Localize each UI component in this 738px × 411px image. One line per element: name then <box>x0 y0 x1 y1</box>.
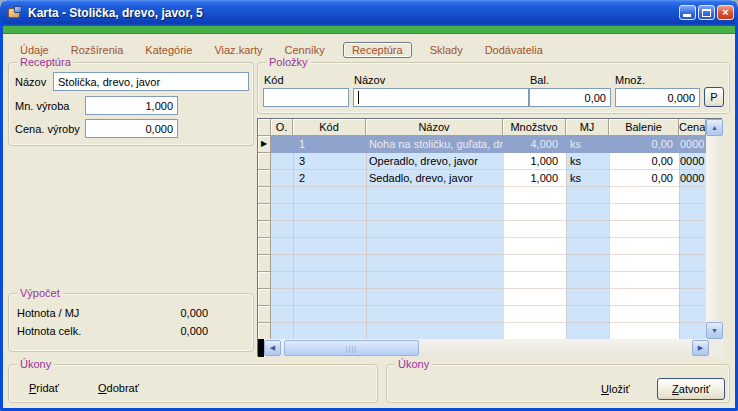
cell-mnozstvo: 1,000 <box>503 153 566 170</box>
col-header-balenie[interactable]: Balenie <box>609 119 679 136</box>
kod-input[interactable] <box>263 88 349 107</box>
cell-mj: ks <box>566 136 609 153</box>
horizontal-scroll-thumb[interactable] <box>284 340 419 356</box>
scroll-right-icon: ▶ <box>698 344 703 352</box>
maximize-button[interactable] <box>698 5 715 20</box>
cell-mnozstvo: 1,000 <box>503 170 566 187</box>
row-indicator-cell[interactable] <box>258 323 271 339</box>
window-border-left <box>0 20 3 411</box>
polozky-nazov-input[interactable] <box>353 88 529 107</box>
odobrat-button[interactable]: Odobrať <box>98 382 139 394</box>
scroll-up-button[interactable]: ▲ <box>706 119 723 136</box>
polozky-legend: Položky <box>266 56 311 69</box>
table-rows: 1 Noha na stoličku, guľata, dr 4,000 ks … <box>271 136 706 339</box>
maximize-icon <box>702 9 711 17</box>
mnoz-input[interactable] <box>615 88 700 107</box>
cell-cena: 0000 <box>679 170 706 187</box>
titlebar[interactable]: Karta - Stolička, drevo, javor, 5 × <box>0 0 738 26</box>
cell-nazov: Sedadlo, drevo, javor <box>366 170 503 187</box>
cell-balenie: 0,00 <box>609 136 679 153</box>
row-indicator-cell[interactable] <box>258 221 271 238</box>
kod-label: Kód <box>264 74 284 86</box>
row-indicator-cell[interactable] <box>258 272 271 289</box>
tab-receptura[interactable]: Receptúra <box>343 42 412 58</box>
table-row[interactable]: 1 Noha na stoličku, guľata, dr 4,000 ks … <box>271 136 706 153</box>
col-header-nazov[interactable]: Názov <box>366 119 503 136</box>
hotnota-celk-label: Hotnota celk. <box>17 325 81 337</box>
text-caret <box>358 91 359 104</box>
row-indicator-cell[interactable] <box>258 153 271 170</box>
cell-mnozstvo: 4,000 <box>503 136 566 153</box>
zatvorit-button[interactable]: Zatvoriť <box>657 378 725 400</box>
p-button[interactable]: P <box>704 87 724 107</box>
vypocet-group: Výpočet Hotnota / MJ 0,000 Hotnota celk.… <box>8 293 254 352</box>
scroll-right-button[interactable]: ▶ <box>692 340 709 356</box>
vertical-scrollbar[interactable]: ▼ <box>706 136 723 339</box>
minimize-icon <box>683 14 691 17</box>
cell-balenie: 0,00 <box>609 170 679 187</box>
scroll-down-icon: ▼ <box>711 327 718 334</box>
ukony-left-group: Úkony Pridať Odobrať <box>8 364 378 403</box>
header-corner <box>258 119 271 136</box>
cell-kod: 3 <box>293 153 366 170</box>
hotnota-celk-value: 0,000 <box>148 325 208 337</box>
row-indicator-column: ▶ <box>258 136 271 339</box>
scroll-up-icon: ▲ <box>711 124 718 131</box>
tab-udaje[interactable]: Údaje <box>16 43 53 57</box>
scroll-left-button[interactable]: ◀ <box>264 340 281 356</box>
cena-vyroby-input[interactable] <box>85 119 178 138</box>
tab-viazkarty[interactable]: Viaz.karty <box>210 43 266 57</box>
accent-bar <box>3 26 735 34</box>
scroll-left-icon: ◀ <box>270 344 275 352</box>
nazov-label: Názov <box>15 76 46 88</box>
nazov-input[interactable] <box>53 72 249 91</box>
col-header-mnozstvo[interactable]: Množstvo <box>503 119 566 136</box>
row-indicator-cell[interactable] <box>258 306 271 323</box>
row-indicator-cell[interactable] <box>258 238 271 255</box>
tab-kategorie[interactable]: Kategórie <box>141 43 196 57</box>
polozky-nazov-label: Názov <box>354 74 385 86</box>
mn-vyroba-label: Mn. výroba <box>15 100 69 112</box>
close-button[interactable]: × <box>717 5 734 20</box>
bal-label: Bal. <box>530 74 549 86</box>
cell-kod: 1 <box>293 136 366 153</box>
row-indicator-cell[interactable] <box>258 289 271 306</box>
bal-input[interactable] <box>529 88 611 107</box>
ukony-left-legend: Úkony <box>17 358 54 371</box>
row-indicator-cell[interactable] <box>258 255 271 272</box>
receptura-group: Receptúra Názov Mn. výroba Cena. výroby <box>8 62 254 146</box>
cell-nazov: Operadlo, drevo, javor <box>366 153 503 170</box>
ulozit-button[interactable]: Uložiť <box>601 383 630 395</box>
window-controls: × <box>679 5 734 20</box>
pridat-button[interactable]: Pridať <box>29 382 59 394</box>
close-icon: × <box>722 6 728 19</box>
mn-vyroba-input[interactable] <box>85 96 178 115</box>
tab-dodavatelia[interactable]: Dodávatelia <box>481 43 547 57</box>
row-indicator-cell[interactable]: ▶ <box>258 136 271 153</box>
row-indicator-cell[interactable] <box>258 187 271 204</box>
tab-sklady[interactable]: Sklady <box>426 43 467 57</box>
cena-vyroby-label: Cena. výroby <box>15 123 80 135</box>
row-indicator-cell[interactable] <box>258 170 271 187</box>
application-window: Karta - Stolička, drevo, javor, 5 × Údaj… <box>0 0 738 411</box>
table-header: O. Kód Názov Množstvo MJ Balenie Cena ▲ <box>258 119 723 136</box>
scrollbar-corner <box>709 339 723 357</box>
minimize-button[interactable] <box>679 5 696 20</box>
tab-rozsirenia[interactable]: Rozšírenia <box>67 43 128 57</box>
row-indicator-cell[interactable] <box>258 204 271 221</box>
tab-cenniky[interactable]: Cenníky <box>281 43 329 57</box>
table-row[interactable]: 3 Operadlo, drevo, javor 1,000 ks 0,00 0… <box>271 153 706 170</box>
cell-balenie: 0,00 <box>609 153 679 170</box>
col-header-o[interactable]: O. <box>271 119 293 136</box>
horizontal-scrollbar[interactable]: ◀ ▶ <box>264 339 709 357</box>
window-icon <box>7 5 23 21</box>
ukony-right-legend: Úkony <box>395 358 432 371</box>
vypocet-legend: Výpočet <box>17 287 63 300</box>
cell-cena: 0000 <box>679 153 706 170</box>
polozky-group: Položky Kód Názov Bal. Množ. P <box>257 62 730 114</box>
scroll-down-button[interactable]: ▼ <box>706 322 723 339</box>
col-header-mj[interactable]: MJ <box>566 119 609 136</box>
col-header-cena[interactable]: Cena <box>679 119 706 136</box>
table-row[interactable]: 2 Sedadlo, drevo, javor 1,000 ks 0,00 00… <box>271 170 706 187</box>
col-header-kod[interactable]: Kód <box>293 119 366 136</box>
